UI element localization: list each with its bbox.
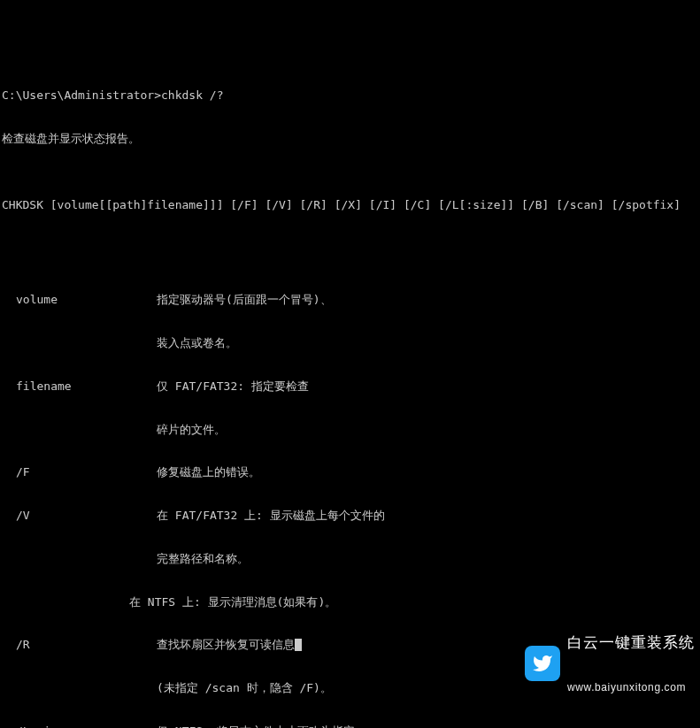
- param-name: /V: [2, 509, 157, 523]
- command-text: chkdsk /?: [161, 88, 223, 103]
- param-desc: 装入点或卷名。: [2, 336, 698, 350]
- prompt-line: C:\Users\Administrator>chkdsk /?: [2, 88, 698, 103]
- cursor-icon: [295, 639, 302, 651]
- param-name: /F: [2, 465, 157, 479]
- param-desc: 仅 NTFS: 将日志文件大小更改为指定: [157, 724, 698, 728]
- watermark-title: 白云一键重装系统: [567, 633, 695, 652]
- prompt-path: C:\Users\Administrator>: [2, 88, 161, 103]
- watermark-text: 白云一键重装系统 www.baiyunxitong.com: [567, 604, 695, 723]
- watermark-url: www.baiyunxitong.com: [567, 681, 695, 694]
- description-line: 检查磁盘并显示状态报告。: [2, 132, 698, 146]
- param-desc: 完整路径和名称。: [2, 552, 698, 566]
- param-desc: 在 FAT/FAT32 上: 显示磁盘上每个文件的: [157, 509, 698, 523]
- param-name: filename: [2, 379, 157, 394]
- watermark-badge: [525, 646, 560, 681]
- watermark: 白云一键重装系统 www.baiyunxitong.com: [525, 604, 695, 723]
- param-desc-text: 查找坏扇区并恢复可读信息: [157, 638, 295, 651]
- param-desc: 碎片的文件。: [2, 423, 698, 437]
- param-name: /R: [2, 638, 157, 652]
- param-name: /L:size: [2, 724, 157, 728]
- param-name: volume: [2, 293, 157, 307]
- syntax-line: CHKDSK [volume[[path]filename]]] [/F] [/…: [2, 198, 698, 212]
- param-desc: 指定驱动器号(后面跟一个冒号)、: [157, 293, 698, 307]
- param-desc: 修复磁盘上的错误。: [157, 465, 698, 479]
- param-desc: 仅 FAT/FAT32: 指定要检查: [157, 379, 698, 394]
- bird-icon: [532, 653, 553, 674]
